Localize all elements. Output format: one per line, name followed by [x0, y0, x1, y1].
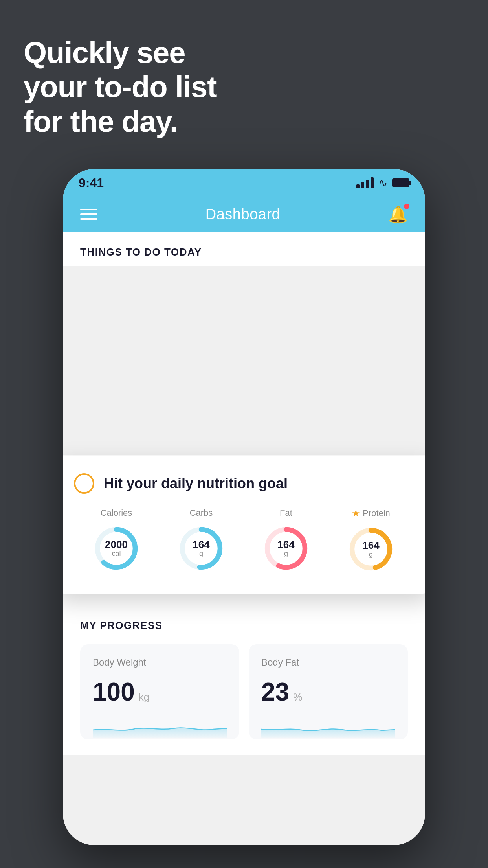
body-fat-unit: % [293, 691, 302, 703]
calories-unit: cal [105, 550, 128, 558]
progress-section: MY PROGRESS Body Weight 100 kg [63, 600, 425, 755]
nutrition-card-title: Hit your daily nutrition goal [104, 475, 288, 492]
progress-cards: Body Weight 100 kg [80, 644, 408, 739]
body-weight-value: 100 [93, 677, 135, 706]
protein-donut: 164 g [345, 524, 396, 575]
protein-label: ★ Protein [352, 508, 390, 519]
card-header: Hit your daily nutrition goal [74, 473, 413, 494]
status-time: 9:41 [79, 176, 104, 190]
status-bar: 9:41 ∿ [63, 169, 425, 197]
carbs-label: Carbs [190, 508, 213, 518]
fat-value-container: 164 g [277, 539, 294, 558]
status-icons: ∿ [356, 177, 409, 189]
battery-icon [392, 178, 409, 187]
body-fat-value: 23 [261, 677, 289, 706]
nutrient-calories: Calories 2000 cal [91, 508, 142, 574]
nutrition-card[interactable]: Hit your daily nutrition goal Calories 2… [63, 456, 425, 594]
body-weight-card[interactable]: Body Weight 100 kg [80, 644, 239, 739]
carbs-value-container: 164 g [193, 539, 209, 558]
section-title: THINGS TO DO TODAY [80, 246, 408, 258]
phone-frame: 9:41 ∿ Dashboard 🔔 THINGS TO DO TODAY [63, 169, 425, 845]
fat-donut: 164 g [261, 523, 312, 574]
app-header: Dashboard 🔔 [63, 197, 425, 232]
calories-donut: 2000 cal [91, 523, 142, 574]
notification-dot [404, 204, 409, 209]
star-icon: ★ [352, 508, 360, 519]
carbs-donut: 164 g [176, 523, 227, 574]
notification-bell[interactable]: 🔔 [388, 205, 408, 224]
progress-title: MY PROGRESS [80, 620, 408, 632]
todo-circle-nutrition [74, 473, 94, 494]
things-to-do-section: THINGS TO DO TODAY [63, 232, 425, 266]
app-title: Dashboard [205, 206, 280, 223]
headline: Quickly see your to-do list for the day. [24, 35, 217, 138]
protein-value-container: 164 g [362, 540, 379, 559]
nutrient-carbs: Carbs 164 g [176, 508, 227, 574]
protein-unit: g [362, 550, 379, 559]
nutrient-fat: Fat 164 g [261, 508, 312, 574]
protein-value: 164 [362, 540, 379, 550]
fat-label: Fat [280, 508, 292, 518]
body-fat-value-row: 23 % [261, 677, 395, 706]
body-weight-unit: kg [139, 691, 149, 703]
fat-unit: g [277, 550, 294, 558]
calories-label: Calories [101, 508, 132, 518]
body-fat-label: Body Fat [261, 657, 395, 668]
nutrient-protein: ★ Protein 164 g [345, 508, 396, 575]
body-weight-label: Body Weight [93, 657, 227, 668]
carbs-unit: g [193, 550, 209, 558]
body-fat-chart [261, 714, 395, 738]
body-fat-card[interactable]: Body Fat 23 % [249, 644, 408, 739]
body-weight-value-row: 100 kg [93, 677, 227, 706]
phone-content: THINGS TO DO TODAY Hit your daily nutrit… [63, 232, 425, 845]
fat-value: 164 [277, 539, 294, 550]
body-weight-chart [93, 714, 227, 738]
carbs-value: 164 [193, 539, 209, 550]
wifi-icon: ∿ [378, 177, 387, 189]
nutrients-row: Calories 2000 cal Carbs [74, 508, 413, 575]
hamburger-menu[interactable] [80, 209, 97, 220]
calories-value: 2000 [105, 539, 128, 550]
signal-icon [356, 177, 374, 188]
calories-value-container: 2000 cal [105, 539, 128, 558]
